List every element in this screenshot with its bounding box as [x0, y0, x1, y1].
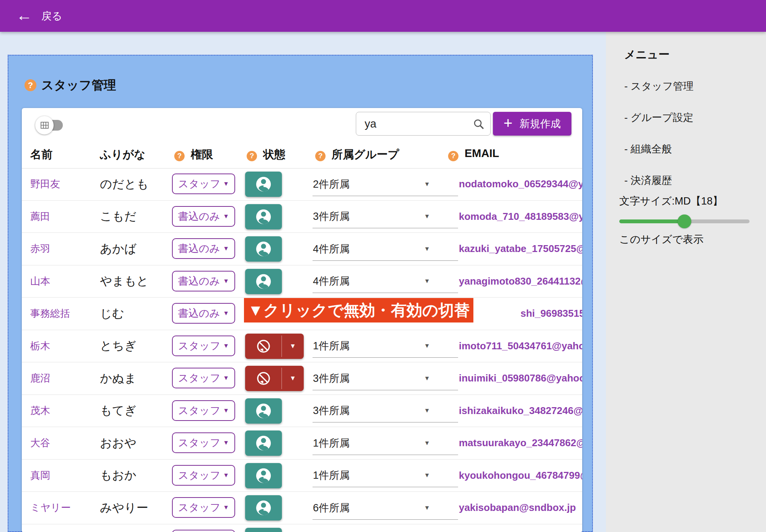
status-active-button[interactable] — [245, 269, 282, 294]
sidebar-item-payment-history[interactable]: - 決済履歴 — [624, 174, 672, 187]
status-active-button[interactable] — [245, 431, 282, 456]
table-header: 名前 ふりがな ? 権限 ? 状態 ? 所属グループ ? EMAIL — [22, 141, 582, 169]
table-row: 栃木とちぎスタッフ▼ ▼1件所属▼imoto711_50434761@yahoo… — [22, 330, 582, 363]
help-icon[interactable]: ? — [25, 79, 36, 91]
permission-select[interactable]: スタッフ▼ — [172, 465, 235, 486]
email-link[interactable]: matsuurakayo_23447862@gm — [459, 427, 582, 459]
group-select-value[interactable]: 3件所属 — [313, 524, 350, 532]
person-icon — [255, 499, 272, 517]
permission-select[interactable]: スタッフ▼ — [172, 174, 235, 194]
header-status: 状態 — [263, 147, 285, 162]
help-icon[interactable]: ? — [315, 148, 326, 161]
permission-select[interactable]: 書込のみ▼ — [172, 271, 235, 291]
email-link[interactable]: shi_96983515@ — [520, 298, 582, 330]
toggle-thumb — [35, 116, 54, 134]
staff-name: 鹿沼 — [30, 362, 50, 394]
staff-furigana: かぬま — [100, 362, 136, 394]
search-input[interactable] — [356, 112, 476, 135]
email-link[interactable]: komoda_710_48189583@yaho — [459, 201, 582, 233]
staff-management-panel: ? スタッフ管理 — [8, 55, 593, 532]
permission-select[interactable]: スタッフ▼ — [172, 368, 235, 388]
sidebar-item-staff-management[interactable]: - スタッフ管理 — [624, 79, 694, 93]
font-size-slider[interactable] — [619, 217, 750, 226]
table-row: 薦田こもだ書込のみ▼ 3件所属▼komoda_710_48189583@yaho — [22, 201, 582, 233]
help-icon[interactable]: ? — [448, 148, 458, 161]
staff-name: 事務総括 — [30, 298, 70, 330]
email-link[interactable]: ishizakaikuko_34827246@yah — [459, 395, 582, 427]
person-icon — [255, 402, 272, 420]
permission-select[interactable]: スタッフ▼ — [172, 530, 235, 532]
header-name: 名前 — [30, 147, 52, 162]
email-link[interactable]: yakisobapan@sndbox.jp — [459, 492, 576, 524]
email-link[interactable]: nodatomoko_06529344@yaho — [459, 168, 582, 200]
email-link[interactable]: yakiudon@sndbox.jp — [459, 524, 559, 532]
table-row: 真岡もおかスタッフ▼ 1件所属▼kyoukohongou_46784799@ya — [22, 460, 582, 492]
chevron-down-icon[interactable]: ▼ — [282, 366, 304, 391]
staff-furigana: じむ — [100, 298, 124, 330]
group-select-underline — [313, 487, 458, 487]
slider-thumb[interactable] — [678, 214, 691, 228]
staff-furigana: やまもと — [100, 265, 149, 298]
sidebar-item-organization[interactable]: - 組織全般 — [624, 142, 672, 156]
person-off-icon — [255, 338, 272, 354]
search-icon[interactable] — [473, 118, 485, 132]
help-icon[interactable]: ? — [174, 148, 185, 161]
page-title: スタッフ管理 — [41, 77, 116, 94]
create-new-button[interactable]: + 新規作成 — [493, 112, 571, 136]
person-off-icon — [245, 366, 282, 391]
permission-select[interactable]: スタッフ▼ — [172, 400, 235, 421]
email-link[interactable]: imoto711_50434761@yahoo.c — [459, 330, 582, 362]
staff-name: 真岡 — [30, 460, 50, 492]
chevron-down-icon: ▼ — [223, 504, 229, 511]
status-active-button[interactable] — [245, 495, 282, 521]
plus-icon: + — [504, 115, 512, 131]
status-disabled-button[interactable]: ▼ — [245, 366, 304, 391]
top-app-bar: ← 戻る — [0, 0, 766, 32]
grid-icon — [41, 122, 49, 129]
create-new-label: 新規作成 — [519, 117, 561, 131]
group-select-underline — [313, 228, 458, 228]
status-active-button[interactable] — [245, 398, 282, 424]
chevron-down-icon[interactable]: ▼ — [282, 334, 304, 359]
email-link[interactable]: inuimiki_05980786@yahoo.co. — [459, 362, 582, 394]
status-active-button[interactable] — [245, 236, 282, 262]
permission-select[interactable]: スタッフ▼ — [172, 336, 235, 356]
staff-name: 野田友 — [30, 168, 60, 200]
status-active-button[interactable] — [245, 172, 282, 197]
help-icon[interactable]: ? — [247, 148, 257, 161]
staff-name: 薦田 — [30, 201, 50, 233]
back-button[interactable]: ← 戻る — [16, 8, 62, 24]
person-icon — [255, 434, 272, 452]
status-active-button[interactable] — [245, 528, 282, 532]
search-box — [356, 112, 491, 136]
staff-name: 苺 — [30, 524, 40, 532]
email-link[interactable]: yanagimoto830_26441132@gr — [459, 265, 582, 298]
permission-value: 書込のみ — [178, 306, 220, 320]
staff-table-body: 野田友のだともスタッフ▼ 2件所属▼nodatomoko_06529344@ya… — [22, 168, 582, 532]
apply-size-label: このサイズで表示 — [619, 232, 704, 246]
status-active-button[interactable] — [245, 204, 282, 229]
permission-select[interactable]: 書込のみ▼ — [172, 238, 235, 259]
permission-select[interactable]: 書込のみ▼ — [172, 303, 235, 324]
staff-name: 茂木 — [30, 395, 50, 427]
staff-furigana: もてぎ — [100, 395, 136, 427]
status-disabled-button[interactable]: ▼ — [245, 334, 304, 359]
permission-select[interactable]: 書込のみ▼ — [172, 206, 235, 227]
permission-value: スタッフ — [178, 436, 221, 450]
sidebar-item-group-settings[interactable]: - グループ設定 — [624, 111, 693, 124]
grid-view-toggle[interactable] — [35, 116, 64, 135]
person-icon — [255, 240, 272, 258]
group-select-underline — [313, 357, 458, 358]
permission-value: スタッフ — [178, 371, 221, 385]
chevron-down-icon: ▼ — [223, 278, 229, 285]
email-link[interactable]: kyoukohongou_46784799@ya — [459, 460, 582, 492]
permission-select[interactable]: スタッフ▼ — [172, 432, 235, 453]
permission-select[interactable]: スタッフ▼ — [172, 497, 235, 518]
status-active-button[interactable] — [245, 463, 282, 488]
chevron-down-icon[interactable]: ▼ — [424, 524, 430, 532]
staff-name: ミヤリー — [30, 492, 71, 524]
email-link[interactable]: kazuki_yatabe_17505725@hot — [459, 233, 582, 265]
staff-furigana: いちご — [100, 524, 136, 532]
staff-furigana: おおや — [100, 427, 136, 459]
table-row: 野田友のだともスタッフ▼ 2件所属▼nodatomoko_06529344@ya… — [22, 168, 582, 201]
